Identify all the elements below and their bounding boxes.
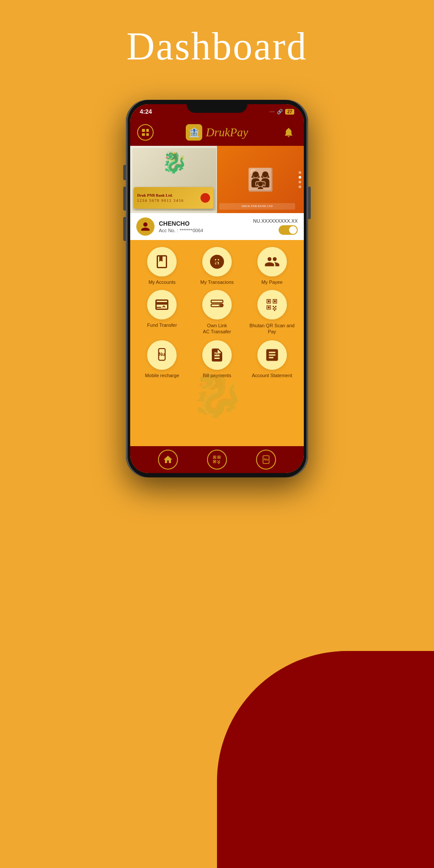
svg-text:Nu: Nu — [213, 259, 220, 265]
my-accounts-icon-circle — [147, 247, 177, 276]
notification-button[interactable] — [280, 124, 297, 141]
account-statement-icon-circle — [257, 340, 287, 370]
statement-icon — [264, 347, 280, 363]
svg-rect-2 — [211, 300, 223, 303]
phone-screen: 4:24 ···· 🔗 27 🏦 — [130, 104, 304, 473]
book-icon — [154, 254, 170, 270]
qr-scan-icon — [212, 454, 222, 465]
banner-right[interactable]: 👩‍👩‍👧 DRUK PNB BANK LTD — [217, 146, 304, 213]
my-payee-icon-circle — [257, 247, 287, 276]
menu-button[interactable] — [137, 124, 154, 141]
menu-item-my-transactions[interactable]: Nu My Transacions — [194, 247, 240, 285]
menu-item-my-accounts[interactable]: My Accounts — [139, 247, 185, 285]
status-time: 4:24 — [140, 108, 152, 115]
phone-frame: 4:24 ···· 🔗 27 🏦 — [126, 100, 308, 477]
svg-text:Nu: Nu — [214, 351, 220, 355]
banner-left[interactable]: 🐉 Druk PNB Bank Ltd. 1234 5678 9012 3456 — [130, 146, 217, 213]
bottom-nav: Nu — [130, 446, 304, 473]
transfer-icon: Nu — [209, 254, 225, 270]
account-name: CHENCHO — [159, 220, 249, 227]
own-link-icon-circle — [202, 290, 232, 319]
account-toggle[interactable] — [279, 225, 298, 235]
app-name: DrukPay — [206, 126, 248, 139]
nav-qr[interactable] — [207, 450, 227, 470]
account-number: Acc No. : *******0064 — [159, 228, 249, 233]
my-transactions-label: My Transacions — [200, 279, 233, 285]
fund-transfer-icon-circle — [147, 290, 177, 319]
menu-item-bhutan-qr[interactable]: Bhutan QR Scan and Pay — [249, 290, 295, 335]
link-icon: 🔗 — [277, 109, 283, 115]
own-link-label: Own LinkAC Transafer — [203, 322, 231, 335]
signal-icon: ···· — [270, 109, 275, 114]
account-details: CHENCHO Acc No. : *******0064 — [159, 220, 249, 233]
menu-item-my-payee[interactable]: My Payee — [249, 247, 295, 285]
menu-row-3: Nu Mobile recharge Nu Bill payments — [135, 340, 299, 378]
balance-display: NU.XXXXXXXXX.XX — [253, 218, 298, 224]
home-icon — [163, 454, 173, 465]
svg-text:Nu: Nu — [159, 351, 165, 356]
my-transactions-icon-circle: Nu — [202, 247, 232, 276]
avatar — [136, 217, 155, 236]
app-logo: 🏦 DrukPay — [186, 124, 248, 141]
menu-item-account-statement[interactable]: Account Statement — [249, 340, 295, 378]
bhutan-qr-icon-circle — [257, 290, 287, 319]
menu-row-2: Fund Transfer Own LinkAC Transafer — [135, 290, 299, 335]
my-payee-label: My Payee — [261, 279, 283, 285]
account-statement-label: Account Statement — [252, 373, 292, 378]
menu-item-bill-payments[interactable]: Nu Bill payments — [194, 340, 240, 378]
nav-home[interactable] — [158, 450, 178, 470]
app-header: 🏦 DrukPay — [130, 119, 304, 146]
qr-icon — [265, 297, 279, 312]
menu-item-own-link-ac[interactable]: Own LinkAC Transafer — [194, 290, 240, 335]
mobile-recharge-label: Mobile recharge — [145, 373, 179, 378]
menu-row-1: My Accounts Nu My Transacions — [135, 247, 299, 285]
menu-item-fund-transfer[interactable]: Fund Transfer — [139, 290, 185, 335]
bill-payments-icon-circle: Nu — [202, 340, 232, 370]
bell-icon — [283, 127, 294, 138]
nu-icon: Nu — [261, 454, 271, 465]
mobile-icon: Nu — [154, 347, 170, 363]
nav-nu-pay[interactable]: Nu — [256, 450, 276, 470]
own-link-icon — [209, 297, 225, 312]
payee-icon — [264, 254, 280, 270]
fund-transfer-label: Fund Transfer — [147, 322, 177, 328]
my-accounts-label: My Accounts — [148, 279, 175, 285]
menu-grid: 🐉 My Accounts — [130, 240, 304, 446]
bill-payments-label: Bill payments — [203, 373, 231, 378]
page-title: Dashboard — [0, 0, 434, 69]
battery-indicator: 27 — [285, 109, 294, 115]
svg-text:Nu: Nu — [264, 457, 269, 461]
bill-icon: Nu — [209, 347, 225, 363]
grid-menu-icon — [142, 129, 149, 136]
banner-area: 🐉 Druk PNB Bank Ltd. 1234 5678 9012 3456… — [130, 146, 304, 213]
menu-item-mobile-recharge[interactable]: Nu Mobile recharge — [139, 340, 185, 378]
account-info-bar: CHENCHO Acc No. : *******0064 NU.XXXXXXX… — [130, 213, 304, 240]
mobile-recharge-icon-circle: Nu — [147, 340, 177, 370]
carousel-dots — [299, 171, 301, 188]
fund-icon — [154, 297, 170, 312]
bhutan-qr-label: Bhutan QR Scan and Pay — [249, 322, 295, 335]
